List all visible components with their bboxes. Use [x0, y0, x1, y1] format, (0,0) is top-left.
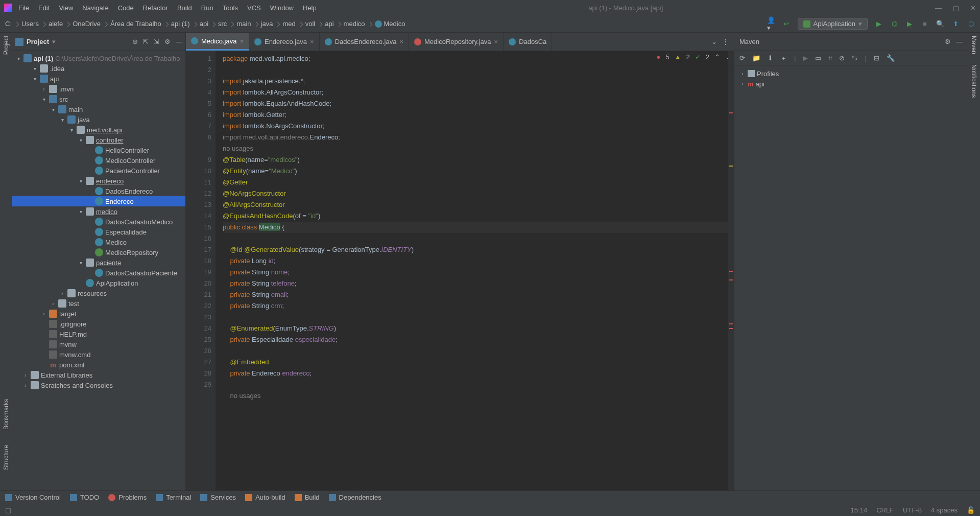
line-separator[interactable]: CRLF: [876, 506, 894, 514]
breadcrumb[interactable]: java: [261, 20, 280, 28]
close-tab-icon[interactable]: ×: [310, 38, 314, 45]
prev-highlight-icon[interactable]: ⌃: [714, 53, 720, 61]
skip-tests-icon[interactable]: ⊘: [839, 54, 845, 62]
tree-node[interactable]: ApiApplication: [12, 278, 185, 288]
tree-node[interactable]: mvnw.cmd: [12, 349, 185, 360]
maximize-icon[interactable]: ▢: [953, 4, 959, 12]
bottom-tab-version-control[interactable]: Version Control: [5, 494, 61, 501]
editor-tab[interactable]: DadosCa: [504, 33, 552, 51]
tree-node[interactable]: ▾src: [12, 94, 185, 104]
tool-project-tab[interactable]: Project: [3, 36, 10, 55]
maven-module[interactable]: api: [756, 80, 764, 88]
menu-run[interactable]: Run: [201, 4, 213, 12]
close-icon[interactable]: ✕: [970, 4, 976, 12]
file-encoding[interactable]: UTF-8: [903, 506, 922, 514]
tree-node[interactable]: PacienteController: [12, 166, 185, 176]
tree-node[interactable]: ▾med.voll.api: [12, 125, 185, 135]
bottom-tab-services[interactable]: Services: [200, 494, 236, 501]
menu-code[interactable]: Code: [118, 4, 134, 12]
menu-tools[interactable]: Tools: [223, 4, 238, 12]
add-icon[interactable]: ＋: [780, 54, 787, 63]
caret-position[interactable]: 15:14: [851, 506, 868, 514]
editor-tab[interactable]: Medico.java×: [186, 33, 249, 51]
close-tab-icon[interactable]: ×: [399, 38, 403, 45]
tree-node[interactable]: ›resources: [12, 288, 185, 298]
tree-node[interactable]: DadosCadastroMedico: [12, 217, 185, 227]
error-stripe[interactable]: [728, 51, 734, 490]
tree-node[interactable]: ▾java: [12, 114, 185, 125]
reload-icon[interactable]: ⟳: [739, 54, 745, 62]
tree-node[interactable]: HelloController: [12, 145, 185, 155]
tree-node[interactable]: DadosEndereco: [12, 186, 185, 196]
menu-edit[interactable]: Edit: [38, 4, 50, 12]
tree-node[interactable]: Especialidade: [12, 227, 185, 237]
tree-node[interactable]: ›target: [12, 309, 185, 319]
tool-bookmarks-tab[interactable]: Bookmarks: [3, 399, 10, 430]
maven-settings-icon[interactable]: ⚙: [945, 38, 951, 45]
tree-node[interactable]: DadosCadastroPaciente: [12, 268, 185, 278]
download-icon[interactable]: ⬇: [768, 54, 773, 62]
show-deps-icon[interactable]: ⇆: [852, 54, 857, 62]
collapse-icon[interactable]: ⇲: [154, 38, 159, 45]
tree-node[interactable]: ▾medico: [12, 206, 185, 217]
editor-tab[interactable]: Endereco.java×: [249, 33, 320, 51]
tree-root[interactable]: ▾api (1)C:\Users\alefe\OneDrive\Área de …: [12, 53, 185, 63]
tree-node[interactable]: MedicoRepository: [12, 247, 185, 257]
close-tab-icon[interactable]: ×: [494, 38, 498, 45]
tree-node[interactable]: ▾.idea: [12, 63, 185, 74]
breadcrumb[interactable]: OneDrive: [73, 20, 107, 28]
breadcrumb[interactable]: medico: [344, 20, 372, 28]
bottom-tab-terminal[interactable]: Terminal: [156, 494, 191, 501]
add-user-icon[interactable]: 👤▾: [767, 20, 775, 28]
bottom-tab-dependencies[interactable]: Dependencies: [329, 494, 381, 501]
tree-node[interactable]: ▾main: [12, 104, 185, 114]
menu-help[interactable]: Help: [303, 4, 317, 12]
editor-tab[interactable]: DadosEndereco.java×: [320, 33, 409, 51]
breadcrumb[interactable]: api (1): [171, 20, 197, 28]
tool-notifications-tab[interactable]: Notifications: [970, 64, 977, 98]
execute-icon[interactable]: ▭: [815, 54, 821, 62]
tool-structure-tab[interactable]: Structure: [3, 445, 10, 470]
tree-node[interactable]: ›External Libraries: [12, 370, 185, 380]
tree-node[interactable]: mvnw: [12, 339, 185, 349]
run-maven-icon[interactable]: ▶: [803, 54, 808, 62]
tree-node[interactable]: ▾paciente: [12, 257, 185, 268]
breadcrumb[interactable]: C:: [5, 20, 18, 28]
run-icon[interactable]: ▶: [875, 20, 883, 28]
menu-view[interactable]: View: [59, 4, 73, 12]
menu-file[interactable]: File: [18, 4, 29, 12]
maven-more-icon[interactable]: 🔧: [887, 54, 895, 62]
menu-navigate[interactable]: Navigate: [82, 4, 108, 12]
tree-node[interactable]: MedicoController: [12, 155, 185, 166]
breadcrumb[interactable]: src: [218, 20, 233, 28]
breadcrumb[interactable]: voll: [305, 20, 322, 28]
tree-node[interactable]: ▾endereco: [12, 176, 185, 186]
toggle-offline-icon[interactable]: ⌗: [828, 54, 832, 62]
maven-profiles[interactable]: Profiles: [757, 70, 779, 78]
tree-node[interactable]: Endereco: [12, 196, 185, 206]
indent-info[interactable]: 4 spaces: [931, 506, 958, 514]
breadcrumb[interactable]: Users: [21, 20, 45, 28]
menu-refactor[interactable]: Refactor: [143, 4, 168, 12]
breadcrumb[interactable]: alefe: [49, 20, 69, 28]
debug-icon[interactable]: ⌬: [890, 20, 898, 28]
view-dropdown-icon[interactable]: ▾: [52, 38, 56, 45]
breadcrumb[interactable]: api: [200, 20, 215, 28]
ai-icon[interactable]: ⬡: [967, 20, 975, 28]
tree-node[interactable]: .gitignore: [12, 319, 185, 329]
bottom-tab-build[interactable]: Build: [295, 494, 320, 501]
hide-icon[interactable]: —: [176, 38, 182, 45]
line-gutter[interactable]: 1234567891011121314151617181920212223242…: [186, 51, 216, 490]
bottom-tab-auto-build[interactable]: Auto-build: [245, 494, 285, 501]
breadcrumb[interactable]: main: [236, 20, 257, 28]
back-arrow-icon[interactable]: ↩: [782, 20, 791, 28]
tree-node[interactable]: Medico: [12, 237, 185, 247]
tool-maven-tab[interactable]: Maven: [970, 36, 977, 54]
maven-hide-icon[interactable]: —: [956, 38, 963, 45]
tree-node[interactable]: ▾api: [12, 74, 185, 84]
code-editor[interactable]: package med.voll.api.medico; import jaka…: [216, 51, 734, 490]
tree-node[interactable]: ›test: [12, 298, 185, 309]
run-config-selector[interactable]: ApiApplication ▾: [798, 18, 868, 30]
collapse-all-icon[interactable]: ⊟: [874, 54, 879, 62]
generate-icon[interactable]: 📁: [752, 54, 760, 62]
